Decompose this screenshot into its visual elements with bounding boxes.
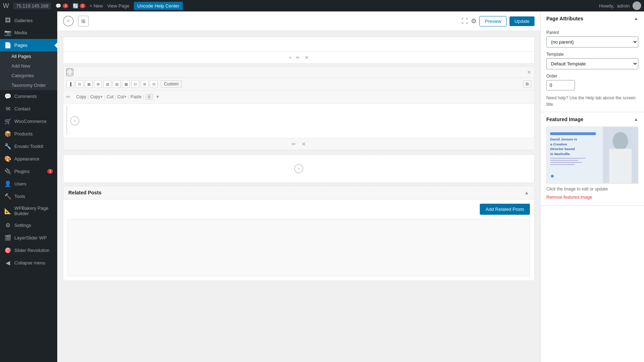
editor-settings-btn[interactable]: ⚙ xyxy=(471,17,477,25)
envato-icon: 🔧 xyxy=(4,143,11,150)
page-attributes-toggle[interactable]: ▲ xyxy=(634,16,638,21)
cut-plus-btn[interactable]: Cut+ xyxy=(117,94,127,99)
svg-rect-7 xyxy=(550,160,578,161)
update-btn[interactable]: Update xyxy=(509,16,535,26)
help-center-tab[interactable]: Uncode Help Center xyxy=(134,2,183,10)
col-3-5-btn[interactable]: ▧ xyxy=(103,80,111,88)
col-mix3-btn[interactable]: ⊟ xyxy=(150,80,158,88)
row-close-btn[interactable]: ✕ xyxy=(527,69,531,75)
sidebar-item-media[interactable]: 📷 Media xyxy=(0,26,57,39)
submenu-add-new[interactable]: Add New xyxy=(0,61,57,71)
related-posts-content: Add Related Posts xyxy=(63,199,534,281)
add-element-btn[interactable]: + xyxy=(70,116,79,125)
new-post-btn[interactable]: + New xyxy=(90,3,103,9)
media-icon: 📷 xyxy=(4,29,11,36)
sidebar-item-pages[interactable]: 📄 Pages xyxy=(0,39,57,51)
page-attributes-header[interactable]: Page Attributes ▲ xyxy=(541,11,644,26)
add-row-btn[interactable]: + xyxy=(294,164,303,173)
sidebar-item-users[interactable]: 👤 Users xyxy=(0,178,57,190)
section-delete-btn[interactable]: ✕ xyxy=(302,141,306,147)
updates-icon-btn[interactable]: 🔄 0 xyxy=(73,3,86,9)
preview-btn[interactable]: Preview xyxy=(479,16,507,26)
plus-icon: + xyxy=(289,55,292,60)
col-1-4-btn[interactable]: ⊠ xyxy=(94,80,102,88)
paste-btn[interactable]: Paste xyxy=(131,94,142,99)
submenu-taxonomy-order[interactable]: Taxonomy Order xyxy=(0,80,57,90)
sidebar-item-comments[interactable]: 💬 Comments xyxy=(0,90,57,103)
svg-text:Director based: Director based xyxy=(550,147,575,151)
related-posts-box: Related Posts ▲ Add Related Posts xyxy=(63,186,535,281)
expand-btn[interactable]: ⛶ xyxy=(66,68,73,76)
template-select[interactable]: Default Template xyxy=(546,58,638,69)
col-2-3-btn[interactable]: ▨ xyxy=(113,80,121,88)
row-edit-btn[interactable]: ✏ xyxy=(296,55,300,60)
copy-dropdown-btn[interactable]: ▼ xyxy=(156,94,160,99)
settings-icon: ⚙ xyxy=(4,222,11,229)
pencil-icon: ✏ xyxy=(296,55,300,60)
column-content: + xyxy=(66,106,531,135)
site-name[interactable]: 75.119.145.168 xyxy=(13,3,51,9)
sidebar-item-settings[interactable]: ⚙ Settings xyxy=(0,219,57,232)
parent-select[interactable]: (no parent) xyxy=(546,36,638,48)
col-1-1-btn[interactable]: ▐ xyxy=(66,80,74,88)
copy-row-btn[interactable]: ⧉ xyxy=(523,80,531,88)
sidebar-item-collapse[interactable]: ◀ Collapse menu xyxy=(0,257,57,269)
row-delete-btn[interactable]: ✕ xyxy=(304,55,309,60)
add-section-btn[interactable]: + xyxy=(63,16,74,26)
sidebar-item-contact[interactable]: ✉ Contact xyxy=(0,103,57,115)
comments-menu-icon: 💬 xyxy=(4,93,11,100)
featured-image-container[interactable]: David Jonson is a Creative Director base… xyxy=(546,127,638,184)
sidebar-item-plugins[interactable]: 🔌 Plugins 3 xyxy=(0,165,57,178)
col-1-2-btn[interactable]: ⊟ xyxy=(75,80,83,88)
related-posts-toggle[interactable]: ▲ xyxy=(524,190,529,195)
svg-rect-9 xyxy=(550,164,575,165)
remove-featured-image-link[interactable]: Remove featured image xyxy=(546,195,592,200)
featured-image-header[interactable]: Featured Image ▲ xyxy=(541,112,644,127)
sidebar-item-wpbakery[interactable]: 📐 WPBakery Page Builder xyxy=(0,203,57,219)
cut-btn[interactable]: Cut xyxy=(107,94,113,99)
comments-icon-btn[interactable]: 💬 4 xyxy=(55,3,68,9)
svg-point-10 xyxy=(551,175,554,178)
section-actions-bottom: ✏ ✕ xyxy=(63,138,534,150)
order-input[interactable]: 0 xyxy=(546,80,575,90)
featured-image-toggle[interactable]: ▲ xyxy=(634,117,638,122)
submenu-categories[interactable]: Categories xyxy=(0,71,57,80)
sidebar-item-products[interactable]: 📦 Products xyxy=(0,128,57,140)
copy-btn[interactable]: Copy xyxy=(76,94,86,99)
col-mix2-btn[interactable]: ⊞ xyxy=(141,80,148,88)
related-posts-header[interactable]: Related Posts ▲ xyxy=(63,186,534,199)
right-sidebar: Page Attributes ▲ Parent (no parent) Tem… xyxy=(540,11,644,362)
sidebar-item-tools[interactable]: 🔨 Tools xyxy=(0,190,57,203)
custom-btn[interactable]: Custom xyxy=(161,80,182,88)
col-mix-btn[interactable]: ⊡ xyxy=(131,80,139,88)
copy-plus-btn[interactable]: Copy+ xyxy=(90,94,103,99)
template-label: Template xyxy=(546,52,638,57)
sidebar-item-galleries[interactable]: 🖼 Galleries xyxy=(0,14,57,26)
sidebar-item-appearance[interactable]: 🎨 Appearance xyxy=(0,153,57,165)
sidebar-item-envato[interactable]: 🔧 Envato Toolkit xyxy=(0,140,57,153)
col-1-3-btn[interactable]: ▦ xyxy=(85,80,93,88)
vc-empty-section: + xyxy=(63,154,535,183)
edit-pencil-icon[interactable]: ✏ xyxy=(66,94,70,100)
col-1-6-btn[interactable]: ▩ xyxy=(122,80,130,88)
user-avatar[interactable] xyxy=(633,1,641,10)
comment-icon: 💬 xyxy=(55,3,61,9)
featured-image-title: Featured Image xyxy=(546,116,583,122)
sidebar-item-woocommerce[interactable]: 🛒 WooCommerce xyxy=(0,115,57,128)
help-text: Need help? Use the Help tab above the sc… xyxy=(546,95,638,108)
submenu-all-pages[interactable]: All Pages xyxy=(0,51,57,61)
order-row: Order 0 xyxy=(546,74,638,90)
sidebar-item-slider-revolution[interactable]: 🎯 Slider Revolution xyxy=(0,244,57,257)
add-related-posts-btn[interactable]: Add Related Posts xyxy=(480,204,530,215)
galleries-icon: 🖼 xyxy=(4,17,11,24)
view-page-link[interactable]: View Page xyxy=(107,3,130,9)
layout-btn[interactable]: ⊞ xyxy=(78,16,89,26)
columns-toolbar: ▐ ⊟ ▦ ⊠ ▧ ▨ ▩ ⊡ ⊞ ⊟ Custom ⧉ xyxy=(63,78,534,90)
sidebar-item-layerslider[interactable]: 🎬 LayerSlider WP xyxy=(0,232,57,244)
section-edit-btn[interactable]: ✏ xyxy=(292,141,296,147)
parent-label: Parent xyxy=(546,30,638,35)
row-add-btn[interactable]: + xyxy=(289,55,292,60)
wordpress-logo[interactable]: W xyxy=(3,2,9,10)
svg-rect-8 xyxy=(550,162,582,163)
fullscreen-btn[interactable]: ⛶ xyxy=(462,18,468,25)
